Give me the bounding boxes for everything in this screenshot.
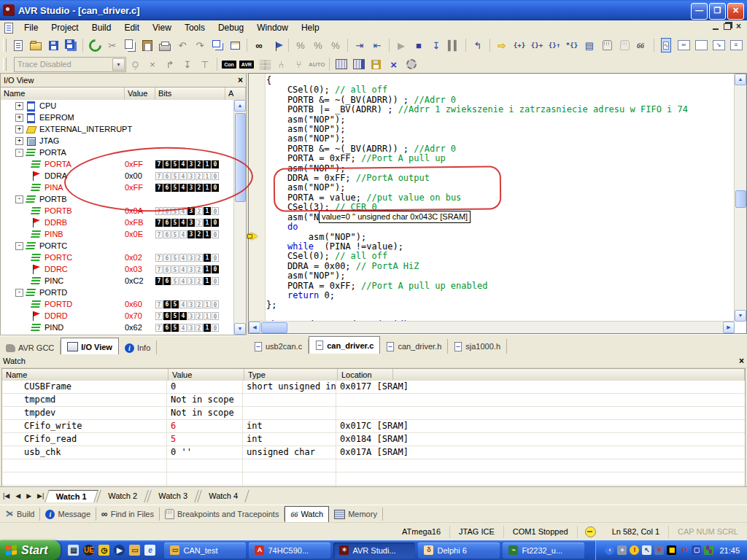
bit-5[interactable]: 5	[171, 172, 179, 180]
scheduler-icon[interactable]: ◷	[98, 545, 109, 556]
scroll-up-icon[interactable]: ▲	[735, 74, 746, 85]
bit-3[interactable]: 3	[187, 300, 195, 308]
io-tree-row[interactable]: DDRC0x0376543210	[1, 263, 234, 275]
bit-2[interactable]: 2	[196, 312, 203, 320]
column-type[interactable]: Type	[244, 369, 338, 381]
io-tree-row[interactable]: +CPU	[1, 100, 234, 112]
bit-3[interactable]: 3	[187, 254, 195, 262]
bit-3[interactable]: 3	[187, 277, 195, 285]
editor-hscrollbar[interactable]: ◀ ▶	[249, 321, 735, 333]
tab-watch-2[interactable]: Watch 2	[96, 490, 148, 502]
bit-6[interactable]: 6	[163, 160, 171, 168]
bit-0[interactable]: 0	[212, 207, 219, 215]
bit-3[interactable]: 3	[187, 312, 195, 320]
bit-1[interactable]: 1	[204, 207, 211, 215]
avr-target-button[interactable]: AVR	[239, 56, 255, 72]
red-ring-icon[interactable]: O	[679, 545, 689, 555]
pointer-icon[interactable]: ↖	[642, 545, 651, 555]
bit-2[interactable]: 2	[196, 324, 203, 332]
save-all-button[interactable]	[63, 37, 79, 53]
run-button[interactable]: ▶	[393, 37, 409, 53]
bit-6[interactable]: 6	[163, 184, 171, 192]
io-tree-row[interactable]: +EEPROM	[1, 112, 234, 123]
menu-help[interactable]: Help	[295, 21, 326, 34]
bit-1[interactable]: 1	[204, 219, 211, 227]
bit-4[interactable]: 4	[179, 230, 187, 238]
register-bits[interactable]: 76543210	[155, 277, 219, 285]
trace-into-button[interactable]: %	[293, 37, 309, 53]
connect-button[interactable]: Con	[221, 56, 237, 72]
bit-0[interactable]: 0	[212, 312, 219, 320]
dialog-toolbar-button[interactable]	[333, 56, 349, 72]
auto-step-button[interactable]: AUTO	[309, 56, 325, 72]
new-window-button[interactable]	[227, 37, 243, 53]
toggle-watch-button[interactable]: ∞	[676, 37, 692, 53]
column-name[interactable]: Name	[1, 88, 125, 101]
watch-row[interactable]: CUSBFrame0short unsigned int0x0177 [SRAM…	[2, 381, 745, 394]
bit-1[interactable]: 1	[204, 312, 211, 320]
pause-button[interactable]: ▍▍	[446, 37, 462, 53]
reset-button[interactable]: ↰	[470, 37, 486, 53]
io-tree-row[interactable]: -PORTA	[1, 147, 234, 158]
bit-6[interactable]: 6	[163, 172, 171, 180]
bit-5[interactable]: 5	[171, 230, 179, 238]
bit-7[interactable]: 7	[155, 219, 163, 227]
bit-5[interactable]: 5	[171, 300, 179, 308]
bit-7[interactable]: 7	[155, 324, 163, 332]
bit-2[interactable]: 2	[196, 172, 203, 180]
tab-avr-gcc[interactable]: AVR GCC	[0, 341, 61, 355]
bit-5[interactable]: 5	[171, 324, 179, 332]
bit-3[interactable]: 3	[187, 265, 195, 273]
taskbar-button-can-test[interactable]: ▭CAN_test	[164, 542, 246, 559]
register-bits[interactable]: 76543210	[155, 219, 219, 227]
show-next-statement-button[interactable]: ⇨	[494, 37, 510, 53]
security-alert-icon[interactable]: !	[630, 545, 639, 555]
tab-memory[interactable]: Memory	[329, 508, 383, 521]
step-into-button[interactable]: {+}	[511, 37, 527, 53]
bit-6[interactable]: 6	[163, 312, 171, 320]
register-bits[interactable]: 76543210	[155, 230, 219, 238]
close-button[interactable]: ✕	[727, 3, 744, 20]
collapse-icon[interactable]: -	[15, 289, 23, 297]
bit-4[interactable]: 4	[179, 160, 187, 168]
bit-2[interactable]: 2	[196, 230, 203, 238]
watch-close-icon[interactable]: ×	[739, 356, 744, 366]
step-over-button[interactable]: {}+	[529, 37, 545, 53]
io-tree-row[interactable]: PORTA0xFF76543210	[1, 158, 234, 170]
io-view-scrollbar[interactable]: ▲ ▼	[233, 100, 246, 335]
menu-view[interactable]: View	[146, 21, 178, 34]
tab-find-in-files[interactable]: ∞Find in Files	[96, 508, 160, 521]
toggle-breakpoint-button[interactable]	[599, 37, 615, 53]
bit-5[interactable]: 5	[171, 184, 179, 192]
restore-button[interactable]: ❐	[709, 3, 726, 20]
bit-4[interactable]: 4	[179, 219, 187, 227]
scroll-up-icon[interactable]: ▲	[234, 100, 246, 112]
find-button[interactable]: ∞	[251, 37, 267, 53]
watch-row[interactable]: tmpcmdNot in scope	[2, 394, 745, 407]
outdent-button[interactable]: ⇤	[369, 37, 385, 53]
io-tree-row[interactable]: PORTB0x0A76543210	[1, 205, 234, 217]
settings-gear-button[interactable]	[403, 56, 419, 72]
editor-vscrollbar[interactable]: ▲ ▼	[734, 74, 746, 322]
bit-5[interactable]: 5	[171, 277, 179, 285]
paste-button[interactable]	[139, 37, 155, 53]
bit-2[interactable]: 2	[196, 184, 203, 192]
bit-5[interactable]: 5	[171, 207, 179, 215]
bit-5[interactable]: 5	[171, 312, 179, 320]
tab-watch-1[interactable]: Watch 1	[45, 490, 98, 502]
tab-watch-4[interactable]: Watch 4	[197, 490, 249, 502]
bit-3[interactable]: 3	[187, 184, 195, 192]
bit-1[interactable]: 1	[204, 160, 211, 168]
column-name[interactable]: Name	[2, 369, 169, 381]
my-documents-icon[interactable]: ▭	[129, 545, 140, 556]
node-left-button[interactable]: ⑃	[274, 56, 290, 72]
column-value[interactable]: Value	[169, 369, 244, 381]
collapse-icon[interactable]: -	[15, 149, 23, 157]
menu-tools[interactable]: Tools	[178, 21, 212, 34]
taskbar-button-delphi-6[interactable]: δDelphi 6	[418, 542, 500, 559]
io-tree-row[interactable]: +EXTERNAL_INTERRUPT	[1, 123, 234, 135]
io-view-close-icon[interactable]: ×	[238, 75, 243, 85]
mdi-minimize-button[interactable]	[713, 23, 719, 30]
scroll-left-icon[interactable]: ◀	[249, 322, 260, 333]
column-value[interactable]: Value	[125, 88, 155, 101]
